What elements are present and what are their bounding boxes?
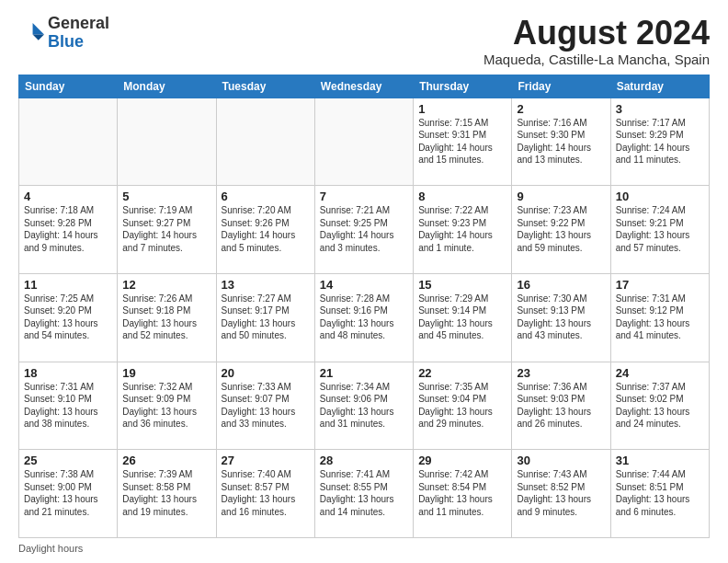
logo-general: General — [48, 14, 109, 32]
calendar-cell: 25Sunrise: 7:38 AM Sunset: 9:00 PM Dayli… — [19, 450, 118, 538]
location-subtitle: Maqueda, Castille-La Mancha, Spain — [483, 52, 710, 67]
calendar-cell: 16Sunrise: 7:30 AM Sunset: 9:13 PM Dayli… — [512, 273, 610, 362]
day-info: Sunrise: 7:43 AM Sunset: 8:52 PM Dayligh… — [517, 468, 605, 518]
calendar-cell: 24Sunrise: 7:37 AM Sunset: 9:02 PM Dayli… — [610, 362, 709, 450]
logo: General Blue — [18, 15, 109, 52]
day-info: Sunrise: 7:21 AM Sunset: 9:25 PM Dayligh… — [320, 204, 408, 254]
day-number: 20 — [222, 366, 310, 380]
day-info: Sunrise: 7:35 AM Sunset: 9:04 PM Dayligh… — [418, 381, 506, 431]
day-number: 5 — [122, 190, 210, 203]
calendar-cell: 30Sunrise: 7:43 AM Sunset: 8:52 PM Dayli… — [512, 450, 610, 538]
day-number: 21 — [320, 366, 408, 380]
day-info: Sunrise: 7:36 AM Sunset: 9:03 PM Dayligh… — [517, 381, 605, 431]
day-info: Sunrise: 7:17 AM Sunset: 9:29 PM Dayligh… — [616, 117, 704, 167]
day-info: Sunrise: 7:30 AM Sunset: 9:13 PM Dayligh… — [517, 293, 605, 342]
day-number: 28 — [320, 454, 408, 467]
weekday-saturday: Saturday — [610, 75, 709, 98]
day-number: 7 — [320, 190, 408, 203]
day-info: Sunrise: 7:16 AM Sunset: 9:30 PM Dayligh… — [517, 117, 605, 167]
calendar-cell: 7Sunrise: 7:21 AM Sunset: 9:25 PM Daylig… — [314, 186, 413, 274]
weekday-wednesday: Wednesday — [314, 75, 413, 98]
week-row-1: 4Sunrise: 7:18 AM Sunset: 9:28 PM Daylig… — [19, 186, 710, 274]
daylight-label: Daylight hours — [18, 543, 83, 554]
calendar-cell: 13Sunrise: 7:27 AM Sunset: 9:17 PM Dayli… — [216, 273, 314, 362]
calendar-cell: 9Sunrise: 7:23 AM Sunset: 9:22 PM Daylig… — [512, 186, 610, 274]
logo-blue: Blue — [48, 32, 84, 51]
calendar-cell: 8Sunrise: 7:22 AM Sunset: 9:23 PM Daylig… — [414, 186, 512, 274]
day-info: Sunrise: 7:31 AM Sunset: 9:10 PM Dayligh… — [24, 381, 112, 431]
week-row-4: 25Sunrise: 7:38 AM Sunset: 9:00 PM Dayli… — [19, 450, 710, 538]
calendar-cell: 15Sunrise: 7:29 AM Sunset: 9:14 PM Dayli… — [414, 273, 512, 362]
logo-icon — [18, 20, 44, 46]
calendar-cell: 1Sunrise: 7:15 AM Sunset: 9:31 PM Daylig… — [414, 98, 512, 186]
day-number: 26 — [122, 454, 210, 467]
calendar-cell: 3Sunrise: 7:17 AM Sunset: 9:29 PM Daylig… — [610, 98, 709, 186]
header: General Blue August 2024 Maqueda, Castil… — [18, 15, 710, 67]
svg-marker-0 — [33, 23, 44, 34]
day-info: Sunrise: 7:41 AM Sunset: 8:55 PM Dayligh… — [320, 468, 408, 518]
day-info: Sunrise: 7:38 AM Sunset: 9:00 PM Dayligh… — [24, 468, 112, 518]
calendar-cell: 11Sunrise: 7:25 AM Sunset: 9:20 PM Dayli… — [19, 273, 118, 362]
day-info: Sunrise: 7:20 AM Sunset: 9:26 PM Dayligh… — [222, 204, 310, 254]
week-row-0: 1Sunrise: 7:15 AM Sunset: 9:31 PM Daylig… — [19, 98, 710, 186]
weekday-sunday: Sunday — [19, 75, 118, 98]
day-number: 18 — [24, 366, 112, 380]
day-info: Sunrise: 7:31 AM Sunset: 9:12 PM Dayligh… — [616, 293, 704, 342]
calendar-cell: 12Sunrise: 7:26 AM Sunset: 9:18 PM Dayli… — [118, 273, 216, 362]
day-number: 25 — [24, 454, 112, 467]
calendar-cell: 23Sunrise: 7:36 AM Sunset: 9:03 PM Dayli… — [512, 362, 610, 450]
calendar-cell: 4Sunrise: 7:18 AM Sunset: 9:28 PM Daylig… — [19, 186, 118, 274]
month-title: August 2024 — [483, 15, 710, 52]
day-number: 19 — [122, 366, 210, 380]
calendar-cell: 29Sunrise: 7:42 AM Sunset: 8:54 PM Dayli… — [414, 450, 512, 538]
day-info: Sunrise: 7:33 AM Sunset: 9:07 PM Dayligh… — [222, 381, 310, 431]
footer-note: Daylight hours — [18, 543, 710, 554]
day-info: Sunrise: 7:18 AM Sunset: 9:28 PM Dayligh… — [24, 204, 112, 254]
day-info: Sunrise: 7:23 AM Sunset: 9:22 PM Dayligh… — [517, 204, 605, 254]
day-info: Sunrise: 7:34 AM Sunset: 9:06 PM Dayligh… — [320, 381, 408, 431]
day-info: Sunrise: 7:24 AM Sunset: 9:21 PM Dayligh… — [616, 204, 704, 254]
day-info: Sunrise: 7:28 AM Sunset: 9:16 PM Dayligh… — [320, 293, 408, 342]
day-number: 13 — [222, 278, 310, 292]
calendar-cell — [314, 98, 413, 186]
day-number: 30 — [517, 454, 605, 467]
calendar-cell: 14Sunrise: 7:28 AM Sunset: 9:16 PM Dayli… — [314, 273, 413, 362]
calendar-cell — [216, 98, 314, 186]
weekday-friday: Friday — [512, 75, 610, 98]
day-number: 23 — [517, 366, 605, 380]
day-info: Sunrise: 7:15 AM Sunset: 9:31 PM Dayligh… — [418, 117, 506, 167]
day-number: 14 — [320, 278, 408, 292]
calendar-cell: 31Sunrise: 7:44 AM Sunset: 8:51 PM Dayli… — [610, 450, 709, 538]
title-block: August 2024 Maqueda, Castille-La Mancha,… — [483, 15, 710, 67]
calendar-cell: 27Sunrise: 7:40 AM Sunset: 8:57 PM Dayli… — [216, 450, 314, 538]
day-info: Sunrise: 7:32 AM Sunset: 9:09 PM Dayligh… — [122, 381, 210, 431]
calendar-cell: 28Sunrise: 7:41 AM Sunset: 8:55 PM Dayli… — [314, 450, 413, 538]
calendar-cell — [118, 98, 216, 186]
logo-text: General Blue — [48, 15, 109, 52]
day-number: 17 — [616, 278, 704, 292]
day-info: Sunrise: 7:22 AM Sunset: 9:23 PM Dayligh… — [418, 204, 506, 254]
day-number: 8 — [418, 190, 506, 203]
calendar-cell: 26Sunrise: 7:39 AM Sunset: 8:58 PM Dayli… — [118, 450, 216, 538]
day-number: 15 — [418, 278, 506, 292]
calendar-cell: 20Sunrise: 7:33 AM Sunset: 9:07 PM Dayli… — [216, 362, 314, 450]
week-row-2: 11Sunrise: 7:25 AM Sunset: 9:20 PM Dayli… — [19, 273, 710, 362]
day-info: Sunrise: 7:29 AM Sunset: 9:14 PM Dayligh… — [418, 293, 506, 342]
day-info: Sunrise: 7:37 AM Sunset: 9:02 PM Dayligh… — [616, 381, 704, 431]
calendar-cell — [19, 98, 118, 186]
day-info: Sunrise: 7:26 AM Sunset: 9:18 PM Dayligh… — [122, 293, 210, 342]
calendar-cell: 21Sunrise: 7:34 AM Sunset: 9:06 PM Dayli… — [314, 362, 413, 450]
day-number: 10 — [616, 190, 704, 203]
calendar-cell: 2Sunrise: 7:16 AM Sunset: 9:30 PM Daylig… — [512, 98, 610, 186]
day-number: 31 — [616, 454, 704, 467]
weekday-monday: Monday — [118, 75, 216, 98]
calendar-cell: 10Sunrise: 7:24 AM Sunset: 9:21 PM Dayli… — [610, 186, 709, 274]
weekday-tuesday: Tuesday — [216, 75, 314, 98]
day-number: 12 — [122, 278, 210, 292]
day-number: 29 — [418, 454, 506, 467]
day-number: 16 — [517, 278, 605, 292]
weekday-thursday: Thursday — [414, 75, 512, 98]
day-number: 22 — [418, 366, 506, 380]
day-number: 4 — [24, 190, 112, 203]
day-info: Sunrise: 7:42 AM Sunset: 8:54 PM Dayligh… — [418, 468, 506, 518]
